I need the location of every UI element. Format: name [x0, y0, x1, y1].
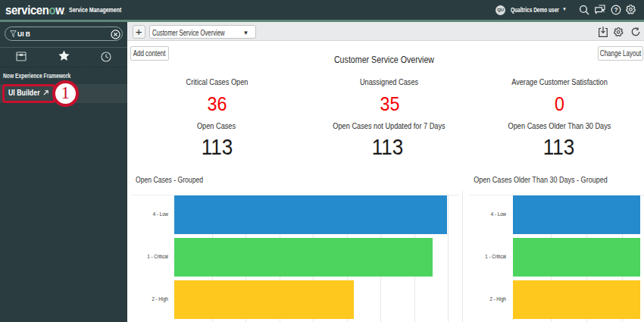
svg-text:?: ?: [614, 6, 617, 14]
